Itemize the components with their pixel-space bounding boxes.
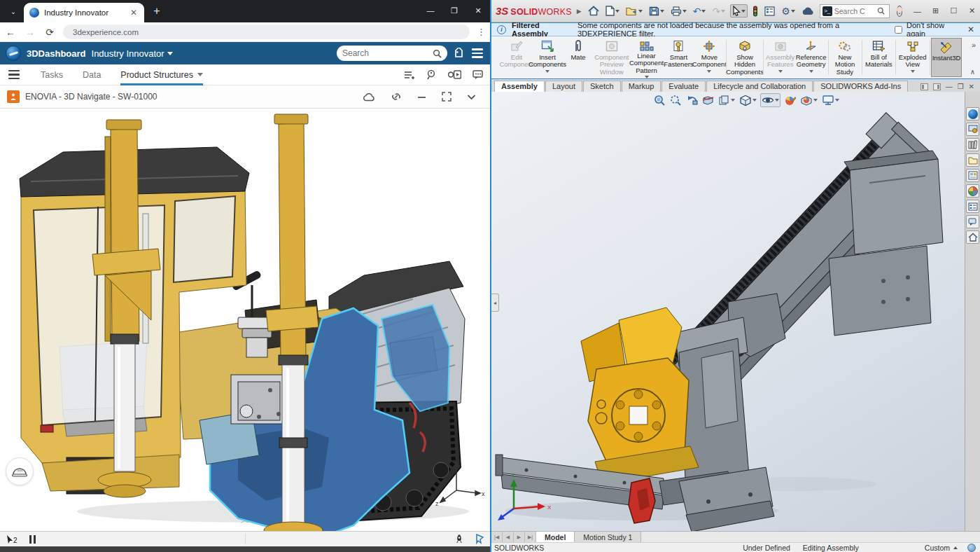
ribbon-collapse-icon[interactable]: ∧ <box>970 68 975 76</box>
cloud-services-icon[interactable] <box>800 6 816 16</box>
sw-search-input[interactable] <box>834 7 875 15</box>
appearances-scenes-icon[interactable] <box>966 184 979 198</box>
3dexperience-taskpane-icon[interactable] <box>966 107 979 120</box>
chevron-down-icon[interactable] <box>741 10 746 13</box>
chevron-down-icon[interactable] <box>645 76 649 78</box>
chat-icon[interactable] <box>472 70 483 80</box>
view-orientation-icon[interactable] <box>738 94 757 107</box>
tab-tasks[interactable]: Tasks <box>41 64 63 85</box>
list-options-icon[interactable] <box>404 70 415 80</box>
ribbon-overflow-icon[interactable]: » <box>972 41 976 49</box>
file-explorer-icon[interactable] <box>966 153 979 167</box>
ribbon-edit-component[interactable]: Edit Component <box>501 38 532 77</box>
cloud-icon[interactable] <box>363 92 375 102</box>
chevron-down-icon[interactable] <box>809 70 813 73</box>
browser-close-button[interactable]: ✕ <box>466 0 490 21</box>
tab-evaluate[interactable]: Evaluate <box>662 81 706 92</box>
menu-expand-arrow-icon[interactable]: ▶ <box>577 8 582 15</box>
ribbon-component-preview-window[interactable]: Component Preview Window <box>594 38 630 77</box>
chevron-down-icon[interactable] <box>707 70 711 73</box>
solidworks-resources-icon[interactable] <box>966 123 979 136</box>
search-icon[interactable] <box>433 49 442 58</box>
chevron-down-icon[interactable] <box>721 10 725 13</box>
zoom-to-area-icon[interactable] <box>669 94 682 107</box>
configuration-selector[interactable]: Custom <box>925 544 958 552</box>
chevron-down-icon[interactable] <box>778 70 783 73</box>
chevron-down-icon[interactable] <box>545 70 550 73</box>
ribbon-mate[interactable]: Mate <box>563 38 594 77</box>
dashboard-search-input[interactable] <box>342 48 428 58</box>
chevron-down-icon[interactable] <box>615 10 620 13</box>
file-properties-button[interactable] <box>763 6 776 17</box>
view-settings-icon[interactable] <box>821 94 840 106</box>
home-taskpane-icon[interactable] <box>966 230 979 244</box>
dashboard-name[interactable]: Industry Innovator <box>92 48 173 59</box>
ribbon-assembly-features[interactable]: Assembly Features <box>765 38 796 77</box>
tab-data[interactable]: Data <box>83 64 101 85</box>
fullscreen-icon[interactable] <box>442 92 451 102</box>
tab-motion-study-1[interactable]: Motion Study 1 <box>575 532 641 542</box>
explore-search-icon[interactable] <box>426 69 437 80</box>
tab-product-structures[interactable]: Product Structures <box>120 64 203 85</box>
ribbon-bill-of-materials[interactable]: Bill of Materials <box>863 38 894 77</box>
doc-restore-icon[interactable]: ❐ <box>958 83 964 90</box>
ribbon-reference-geometry[interactable]: Reference Geometry <box>796 38 827 77</box>
apply-scene-icon[interactable] <box>799 94 818 106</box>
browser-menu-icon[interactable]: ⋮ <box>477 27 486 37</box>
link-icon[interactable] <box>391 92 402 102</box>
chevron-down-icon[interactable] <box>660 10 664 13</box>
media-play-icon[interactable] <box>448 70 461 79</box>
chevron-down-icon[interactable] <box>835 99 839 102</box>
chevron-down-icon[interactable] <box>911 70 915 73</box>
tab-sketch[interactable]: Sketch <box>583 81 621 92</box>
ribbon-instant3d[interactable]: Instant3D <box>931 38 962 77</box>
collapse-widget-chevron-icon[interactable] <box>467 94 476 100</box>
tab-layout[interactable]: Layout <box>545 81 582 92</box>
open-button[interactable] <box>624 6 644 17</box>
browser-tab[interactable]: Industry Innovator ✕ <box>24 3 144 22</box>
tabs-menu-icon[interactable] <box>7 69 21 81</box>
sw-close-button[interactable]: ✕ <box>963 4 980 18</box>
new-document-button[interactable] <box>604 5 621 17</box>
redo-button[interactable]: ↷ <box>710 5 727 18</box>
prev-tab-icon[interactable]: ◀ <box>503 532 514 542</box>
sw-search[interactable]: >_ <box>820 4 890 18</box>
ribbon-new-motion-study[interactable]: New Motion Study <box>830 38 860 77</box>
search-icon[interactable] <box>877 7 885 15</box>
hide-show-items-icon[interactable] <box>760 93 780 107</box>
sw-restore-button[interactable]: ⊞ <box>927 4 944 18</box>
address-input[interactable] <box>63 25 470 39</box>
tab-lifecycle-collaboration[interactable]: Lifecycle and Collaboration <box>706 81 813 92</box>
tab-solidworks-addins[interactable]: SOLIDWORKS Add-Ins <box>813 81 908 92</box>
chevron-down-icon[interactable] <box>813 99 818 102</box>
ribbon-insert-components[interactable]: Insert Components <box>532 38 563 77</box>
chevron-down-icon[interactable] <box>775 99 779 102</box>
solidworks-forum-icon[interactable] <box>966 215 979 228</box>
print-button[interactable] <box>669 6 688 17</box>
chevron-down-icon[interactable] <box>752 99 757 102</box>
tab-assembly[interactable]: Assembly <box>494 81 545 92</box>
undo-button[interactable]: ↶ <box>692 5 708 18</box>
previous-view-icon[interactable] <box>685 94 699 106</box>
3dexperience-compass-icon[interactable] <box>6 46 21 61</box>
ribbon-exploded-view[interactable]: Exploded View <box>897 38 928 77</box>
chevron-down-icon[interactable] <box>791 10 795 13</box>
new-tab-button[interactable]: + <box>148 3 165 20</box>
rocket-icon[interactable] <box>454 534 464 544</box>
first-tab-icon[interactable]: |◀ <box>491 532 503 542</box>
home-button[interactable] <box>587 5 601 17</box>
zoom-to-fit-icon[interactable] <box>653 94 666 107</box>
sw-minimize-button[interactable]: — <box>909 4 925 18</box>
ribbon-show-hidden-components[interactable]: Show Hidden Components <box>728 38 762 77</box>
dashboard-menu-icon[interactable] <box>470 47 484 60</box>
select-tool-button[interactable] <box>730 4 748 18</box>
chevron-down-icon[interactable] <box>731 99 735 102</box>
forward-icon[interactable]: → <box>24 27 36 38</box>
tab-markup[interactable]: Markup <box>622 81 662 92</box>
custom-properties-icon[interactable] <box>966 200 979 213</box>
multi-select-cursor-icon[interactable]: 2 <box>6 534 20 544</box>
chevron-down-icon[interactable] <box>638 10 643 13</box>
browser-restore-button[interactable]: ❐ <box>442 0 466 21</box>
reload-icon[interactable]: ⟳ <box>43 27 56 38</box>
next-tab-icon[interactable]: ▶ <box>514 532 525 542</box>
